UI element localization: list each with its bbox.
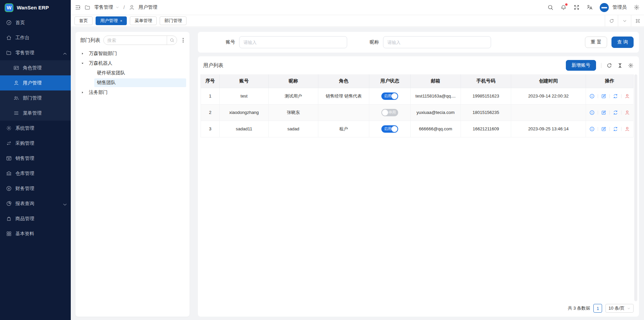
sidebar-item-报表查询[interactable]: 报表查询	[0, 196, 71, 211]
sidebar-item-商品管理[interactable]: 商品管理	[0, 211, 71, 226]
refresh-icon[interactable]	[606, 63, 612, 68]
column-header-手机号码: 手机号码	[461, 74, 511, 88]
sync-icon[interactable]	[613, 110, 618, 115]
department-search-input[interactable]	[104, 38, 167, 43]
tab-部门管理[interactable]: 部门管理	[160, 16, 186, 25]
refresh-icon	[606, 63, 612, 68]
tree-node-万森机器人[interactable]: 万森机器人	[79, 58, 186, 68]
sidebar-item-基本资料[interactable]: 基本资料	[0, 226, 71, 241]
tree-caret[interactable]	[79, 62, 86, 65]
gear-icon[interactable]	[634, 4, 640, 10]
sidebar-item-首页[interactable]: 首页	[0, 15, 71, 30]
tree-node-销售团队[interactable]: 销售团队	[79, 78, 186, 87]
page-size-select[interactable]: 10 条/页	[605, 304, 634, 313]
breadcrumb-current: 用户管理	[139, 4, 157, 10]
filter-input-0[interactable]	[239, 36, 347, 48]
pagination-page-1[interactable]: 1	[593, 304, 602, 313]
maximize-icon	[635, 18, 640, 23]
sidebar-item-采购管理[interactable]: 采购管理	[0, 136, 71, 151]
search-icon[interactable]	[167, 36, 177, 45]
sidebar-item-财务管理[interactable]: 财务管理	[0, 181, 71, 196]
info-icon[interactable]	[589, 110, 595, 115]
table-scrollbar[interactable]	[634, 74, 637, 301]
tab-bar-controls	[605, 15, 644, 26]
sidebar-item-label: 工作台	[15, 35, 30, 41]
breadcrumb-root[interactable]: 零售管理	[94, 4, 113, 10]
edit-icon[interactable]	[601, 93, 606, 99]
menu-fold-icon[interactable]	[75, 4, 81, 10]
translate-icon[interactable]	[587, 4, 593, 10]
tree-caret[interactable]	[79, 52, 86, 55]
sidebar-item-销售管理[interactable]: 销售管理	[0, 151, 71, 166]
cell-roles: 租户	[318, 121, 369, 137]
sidebar-item-角色管理[interactable]: 角色管理	[0, 60, 71, 75]
finance-icon	[6, 186, 12, 191]
tree-node-label: 销售团队	[94, 78, 186, 87]
sidebar-item-菜单管理[interactable]: 菜单管理	[0, 106, 71, 121]
bell-icon[interactable]	[560, 4, 567, 10]
cell-phone: 18015156235	[461, 104, 511, 121]
tree-node-万森智能部门[interactable]: 万森智能部门	[79, 49, 186, 58]
top-header: 零售管理 / 用户管理 管理员	[71, 0, 644, 15]
edit-icon[interactable]	[601, 110, 606, 115]
breadcrumb-separator: /	[123, 5, 125, 10]
info-icon[interactable]	[589, 126, 595, 132]
edit-icon[interactable]	[601, 126, 606, 132]
maximize-icon[interactable]	[631, 15, 644, 26]
pie-icon	[6, 201, 12, 206]
search-icon[interactable]	[547, 4, 553, 10]
sync-icon[interactable]	[613, 93, 618, 99]
cell-email: 666666@qq.com	[411, 121, 461, 137]
user-icon	[129, 4, 135, 10]
caret-right-icon	[81, 91, 84, 94]
user-remove-icon[interactable]	[625, 93, 630, 99]
add-account-button[interactable]: 新增账号	[566, 60, 596, 71]
tree-node-硬件研发团队[interactable]: 硬件研发团队	[79, 68, 186, 78]
filter-field-昵称: 昵称	[370, 36, 491, 48]
sidebar-item-部门管理[interactable]: 部门管理	[0, 90, 71, 106]
cell-nickname: 张晓东	[269, 104, 318, 121]
department-tree: 万森智能部门万森机器人硬件研发团队销售团队法务部门	[75, 48, 190, 98]
user-remove-icon[interactable]	[625, 110, 630, 115]
cell-status: 启用	[369, 121, 411, 137]
filter-field-账号: 账号	[226, 36, 347, 48]
sync-icon	[613, 110, 618, 115]
chevron-down-icon[interactable]	[618, 15, 631, 26]
avatar[interactable]	[600, 3, 609, 12]
tree-node-法务部门[interactable]: 法务部门	[79, 87, 186, 97]
filter-input-1[interactable]	[383, 36, 491, 48]
row-actions	[588, 110, 631, 115]
column-header-用户状态: 用户状态	[369, 74, 411, 88]
user-remove-icon[interactable]	[625, 126, 630, 132]
sidebar-item-系统管理[interactable]: 系统管理	[0, 121, 71, 136]
query-button[interactable]: 查 询	[611, 37, 634, 48]
status-toggle[interactable]: 启用	[381, 92, 398, 100]
user-icon	[129, 4, 135, 10]
chevron-down-icon[interactable]	[115, 5, 119, 9]
chevron-down-icon	[622, 18, 627, 23]
sidebar-item-零售管理[interactable]: 零售管理	[0, 45, 71, 60]
user-name[interactable]: 管理员	[612, 4, 627, 10]
status-toggle[interactable]: 停用	[381, 109, 398, 116]
exchange-icon	[6, 140, 12, 146]
density-icon[interactable]	[617, 63, 623, 68]
reset-button[interactable]: 重 置	[585, 37, 607, 48]
sidebar-item-用户管理[interactable]: 用户管理	[0, 75, 71, 90]
status-toggle[interactable]: 启用	[381, 125, 398, 133]
refresh-icon[interactable]	[605, 15, 618, 26]
sidebar-item-label: 首页	[15, 20, 25, 26]
close-icon[interactable]: ×	[120, 19, 122, 23]
tab-用户管理[interactable]: 用户管理×	[96, 16, 127, 25]
sidebar-item-label: 基本资料	[15, 231, 34, 237]
info-icon[interactable]	[589, 93, 595, 99]
sidebar-item-工作台[interactable]: 工作台	[0, 30, 71, 45]
tab-菜单管理[interactable]: 菜单管理	[130, 16, 157, 25]
pos-icon	[6, 155, 12, 161]
fullscreen-icon[interactable]	[574, 4, 580, 10]
kebab-menu-icon[interactable]	[180, 37, 186, 43]
sidebar-item-仓库管理[interactable]: 仓库管理	[0, 166, 71, 181]
gear-icon[interactable]	[628, 63, 634, 68]
tree-caret[interactable]	[79, 91, 86, 94]
tab-首页[interactable]: 首页	[74, 16, 93, 25]
sync-icon[interactable]	[613, 126, 618, 132]
